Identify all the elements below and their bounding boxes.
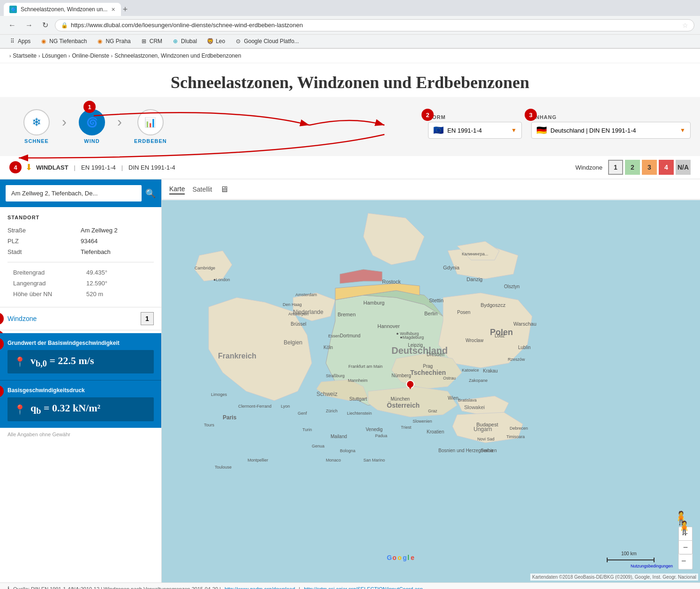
toolbar-norm: EN 1991-1-4 <box>81 164 116 171</box>
toolbar-windlast: WINDLAST <box>36 164 68 171</box>
norm-select-group: NORM 🇪🇺 EN 1991-1-4 ▼ <box>428 114 522 139</box>
windzone-label: Windzone <box>575 164 602 171</box>
step-schnee[interactable]: ❄ SCHNEE <box>9 104 64 149</box>
bookmark-leo[interactable]: 🦁 Leo <box>203 37 228 46</box>
toolbar-sep1: | <box>74 164 75 171</box>
stadt-value: Tiefenbach <box>81 246 154 257</box>
anhang-dropdown-icon: ▼ <box>680 127 685 134</box>
zoom-out-button[interactable]: − <box>679 541 692 554</box>
breadcrumb-startseite[interactable]: Startseite <box>13 52 37 59</box>
windzone-badge-1[interactable]: 1 <box>608 160 623 175</box>
svg-text:Nutzungsbedingungen: Nutzungsbedingungen <box>631 564 673 568</box>
step-num-5: 5 <box>0 313 4 325</box>
norm-select[interactable]: 🇪🇺 EN 1991-1-4 ▼ <box>428 122 522 139</box>
anhang-select[interactable]: 🇩🇪 Deutschland | DIN EN 1991-1-4 ▼ <box>531 122 691 139</box>
main-area: 🔍 STANDORT Straße Am Zellweg 2 PLZ 93464… <box>0 179 700 582</box>
svg-text:Zakopane: Zakopane <box>469 378 488 383</box>
new-tab-button[interactable]: + <box>123 5 128 15</box>
svg-text:e: e <box>411 554 414 561</box>
wind-icon-circle: 🌀 <box>79 109 105 135</box>
anhang-select-group: ANHANG 🇩🇪 Deutschland | DIN EN 1991-1-4 … <box>531 114 691 139</box>
svg-text:Montpellier: Montpellier <box>248 458 268 462</box>
bookmark-google-cloud[interactable]: ⊙ Google Cloud Platfo... <box>232 37 301 46</box>
table-row-hoehe: Höhe über NN 520 m <box>8 289 154 299</box>
svg-text:Novi Sad: Novi Sad <box>477 437 495 441</box>
bookmarks-bar: ⠿ Apps ◉ NG Tiefenbach ◉ NG Praha ⊞ CRM … <box>0 35 700 48</box>
svg-text:Brüssel: Brüssel <box>291 321 306 327</box>
back-button[interactable]: ← <box>6 19 19 31</box>
svg-text:Bologna: Bologna <box>340 448 355 453</box>
svg-text:Debrecen: Debrecen <box>510 426 528 431</box>
breadcrumb-online-dienste[interactable]: Online-Dienste <box>72 52 109 59</box>
street-view-icon[interactable]: 🧍 <box>676 520 692 536</box>
breadcrumb-arrow-1: › <box>9 53 11 59</box>
search-input[interactable] <box>6 185 142 201</box>
svg-text:o: o <box>398 554 402 561</box>
table-row-strasse: Straße Am Zellweg 2 <box>8 225 154 236</box>
search-button[interactable]: 🔍 <box>145 188 156 199</box>
svg-text:Paris: Paris <box>223 414 237 421</box>
bookmark-crm[interactable]: ⊞ CRM <box>137 37 165 46</box>
footer-link-1[interactable]: http://www.gadm.org/download <box>225 586 295 589</box>
svg-text:Genf: Genf <box>298 411 307 416</box>
svg-text:San Marino: San Marino <box>363 458 385 462</box>
reload-button[interactable]: ↻ <box>39 19 51 31</box>
langengrad-value: 12.590° <box>81 278 154 289</box>
bookmark-dlubal[interactable]: ⊕ Dlubal <box>169 37 200 46</box>
footer-link-2[interactable]: http://srtm.csi.cgiar.org/SELECTION/inpu… <box>304 586 423 589</box>
map-container[interactable]: Polen Deutschland Niederlande Belgien Fr… <box>162 200 700 582</box>
step-selector: 1 ❄ SCHNEE › 🌀 WIND › 📊 ERDBEBEN 2 <box>0 97 700 156</box>
step-num-8: 8 <box>0 385 4 397</box>
anhang-label: ANHANG <box>531 114 691 120</box>
svg-text:Toulouse: Toulouse <box>215 465 232 470</box>
monitor-icon[interactable]: 🖥 <box>220 185 228 194</box>
windzone-badge-3[interactable]: 3 <box>642 160 657 175</box>
footer-source: Quelle: DIN EN 1991-1-4/NA:2010-12 | Win… <box>13 586 221 589</box>
footer-sep: | <box>299 586 300 589</box>
bookmark-ng-tiefenbach[interactable]: ◉ NG Tiefenbach <box>37 37 90 46</box>
tab-close-button[interactable]: × <box>111 6 115 13</box>
map-svg: Polen Deutschland Niederlande Belgien Fr… <box>162 200 700 582</box>
toolbar-left: ⬇ WINDLAST | EN 1991-1-4 | DIN EN 1991-1… <box>25 162 175 172</box>
plz-label: PLZ <box>8 236 81 246</box>
windzone-badge-2[interactable]: 2 <box>625 160 640 175</box>
result2-value-box: 📍 qb = 0.32 kN/m² <box>8 397 154 421</box>
svg-text:Liechtenstein: Liechtenstein <box>347 411 372 416</box>
svg-text:Triest: Triest <box>401 425 412 430</box>
map-tab-karte[interactable]: Karte <box>169 184 185 194</box>
table-row-langengrad: Langengrad 12.590° <box>8 278 154 289</box>
windzone-badge-na[interactable]: N/A <box>676 160 691 175</box>
breadcrumb-loesungen[interactable]: Lösungen <box>42 52 67 59</box>
forward-button[interactable]: → <box>23 19 36 31</box>
map-attribution: Kartendaten ©2018 GeoBasis-DE/BKG (©2009… <box>530 574 698 581</box>
result1-value: vb,0 = 22.5 m/s <box>30 355 94 369</box>
bookmark-star-icon[interactable]: ☆ <box>682 22 688 29</box>
windzone-badge-4[interactable]: 4 <box>659 160 674 175</box>
svg-text:Tschechien: Tschechien <box>410 369 446 376</box>
page-content: › Startseite › Lösungen › Online-Dienste… <box>0 49 700 589</box>
bookmark-apps[interactable]: ⠿ Apps <box>6 37 33 46</box>
svg-text:Stettin: Stettin <box>429 298 444 303</box>
standort-section: STANDORT Straße Am Zellweg 2 PLZ 93464 S… <box>0 207 161 307</box>
map-tab-satellit[interactable]: Satellit <box>192 185 212 194</box>
windzone-row-label: Windzone <box>8 315 37 322</box>
address-bar[interactable]: 🔒 https://www.dlubal.com/de/loesungen/on… <box>55 19 694 31</box>
active-tab[interactable]: 🔷 Schneelastzonen, Windzonen un... × <box>4 3 121 16</box>
svg-text:Köln: Köln <box>324 345 333 350</box>
svg-text:Schweiz: Schweiz <box>316 391 338 397</box>
step-erdbeben[interactable]: 📊 ERDBEBEN <box>120 104 181 149</box>
svg-text:o: o <box>392 554 397 561</box>
svg-text:Bremen: Bremen <box>338 312 356 317</box>
svg-text:Cambridge: Cambridge <box>195 266 215 270</box>
svg-text:Krakau: Krakau <box>483 368 498 373</box>
tab-bar: 🔷 Schneelastzonen, Windzonen un... × + <box>0 0 700 16</box>
svg-text:g: g <box>403 554 407 561</box>
step-num-4: 4 <box>9 161 22 173</box>
result1-value-box: 📍 vb,0 = 22.5 m/s <box>8 350 154 373</box>
svg-text:Dresden: Dresden <box>427 352 444 357</box>
strasse-label: Straße <box>8 225 81 236</box>
bookmark-ng-praha[interactable]: ◉ NG Praha <box>93 37 133 46</box>
step-wind[interactable]: 🌀 WIND <box>65 104 119 149</box>
svg-text:Mannheim: Mannheim <box>348 378 368 383</box>
erdbeben-icon-circle: 📊 <box>137 109 164 135</box>
